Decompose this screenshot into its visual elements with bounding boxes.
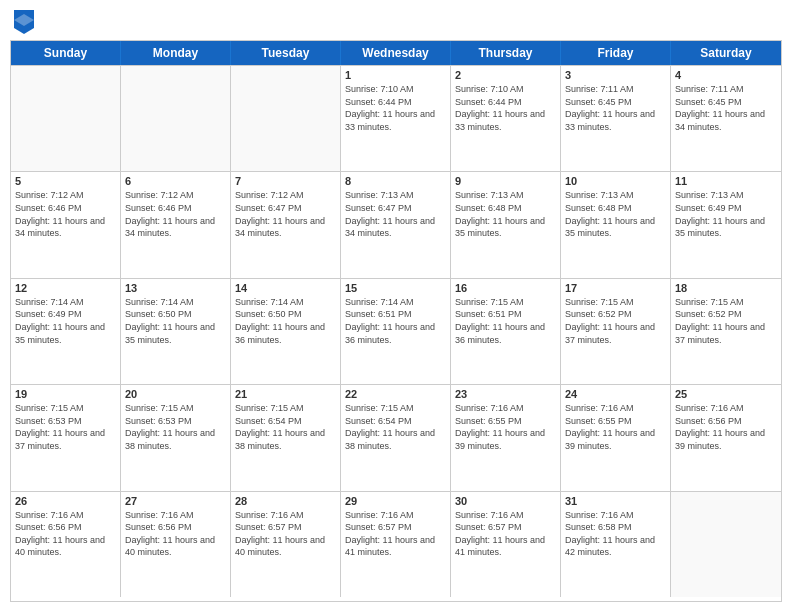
day-number: 28 (235, 495, 336, 507)
day-cell: 21Sunrise: 7:15 AM Sunset: 6:54 PM Dayli… (231, 385, 341, 490)
day-cell: 29Sunrise: 7:16 AM Sunset: 6:57 PM Dayli… (341, 492, 451, 597)
day-info: Sunrise: 7:13 AM Sunset: 6:49 PM Dayligh… (675, 189, 777, 239)
day-number: 30 (455, 495, 556, 507)
day-number: 3 (565, 69, 666, 81)
day-cell: 13Sunrise: 7:14 AM Sunset: 6:50 PM Dayli… (121, 279, 231, 384)
day-info: Sunrise: 7:11 AM Sunset: 6:45 PM Dayligh… (565, 83, 666, 133)
day-header: Monday (121, 41, 231, 65)
day-number: 13 (125, 282, 226, 294)
day-cell: 31Sunrise: 7:16 AM Sunset: 6:58 PM Dayli… (561, 492, 671, 597)
day-info: Sunrise: 7:12 AM Sunset: 6:46 PM Dayligh… (15, 189, 116, 239)
day-number: 26 (15, 495, 116, 507)
day-info: Sunrise: 7:10 AM Sunset: 6:44 PM Dayligh… (455, 83, 556, 133)
day-cell: 25Sunrise: 7:16 AM Sunset: 6:56 PM Dayli… (671, 385, 781, 490)
day-cell (671, 492, 781, 597)
week-row: 12Sunrise: 7:14 AM Sunset: 6:49 PM Dayli… (11, 278, 781, 384)
day-info: Sunrise: 7:15 AM Sunset: 6:54 PM Dayligh… (235, 402, 336, 452)
day-number: 18 (675, 282, 777, 294)
day-info: Sunrise: 7:16 AM Sunset: 6:56 PM Dayligh… (15, 509, 116, 559)
day-info: Sunrise: 7:13 AM Sunset: 6:48 PM Dayligh… (455, 189, 556, 239)
day-info: Sunrise: 7:16 AM Sunset: 6:57 PM Dayligh… (345, 509, 446, 559)
day-info: Sunrise: 7:14 AM Sunset: 6:51 PM Dayligh… (345, 296, 446, 346)
day-info: Sunrise: 7:16 AM Sunset: 6:55 PM Dayligh… (455, 402, 556, 452)
day-info: Sunrise: 7:15 AM Sunset: 6:52 PM Dayligh… (675, 296, 777, 346)
day-cell: 3Sunrise: 7:11 AM Sunset: 6:45 PM Daylig… (561, 66, 671, 171)
day-number: 24 (565, 388, 666, 400)
day-cell: 2Sunrise: 7:10 AM Sunset: 6:44 PM Daylig… (451, 66, 561, 171)
day-number: 10 (565, 175, 666, 187)
day-info: Sunrise: 7:16 AM Sunset: 6:58 PM Dayligh… (565, 509, 666, 559)
week-row: 26Sunrise: 7:16 AM Sunset: 6:56 PM Dayli… (11, 491, 781, 597)
day-info: Sunrise: 7:15 AM Sunset: 6:53 PM Dayligh… (125, 402, 226, 452)
day-number: 22 (345, 388, 446, 400)
day-cell: 17Sunrise: 7:15 AM Sunset: 6:52 PM Dayli… (561, 279, 671, 384)
day-header: Wednesday (341, 41, 451, 65)
day-cell: 23Sunrise: 7:16 AM Sunset: 6:55 PM Dayli… (451, 385, 561, 490)
day-header: Friday (561, 41, 671, 65)
day-number: 29 (345, 495, 446, 507)
day-headers: SundayMondayTuesdayWednesdayThursdayFrid… (11, 41, 781, 65)
day-info: Sunrise: 7:12 AM Sunset: 6:46 PM Dayligh… (125, 189, 226, 239)
day-cell: 9Sunrise: 7:13 AM Sunset: 6:48 PM Daylig… (451, 172, 561, 277)
day-number: 5 (15, 175, 116, 187)
day-info: Sunrise: 7:12 AM Sunset: 6:47 PM Dayligh… (235, 189, 336, 239)
day-cell: 27Sunrise: 7:16 AM Sunset: 6:56 PM Dayli… (121, 492, 231, 597)
day-cell: 16Sunrise: 7:15 AM Sunset: 6:51 PM Dayli… (451, 279, 561, 384)
logo (14, 10, 38, 34)
day-info: Sunrise: 7:13 AM Sunset: 6:48 PM Dayligh… (565, 189, 666, 239)
day-number: 11 (675, 175, 777, 187)
day-info: Sunrise: 7:16 AM Sunset: 6:56 PM Dayligh… (675, 402, 777, 452)
day-header: Tuesday (231, 41, 341, 65)
day-info: Sunrise: 7:14 AM Sunset: 6:50 PM Dayligh… (235, 296, 336, 346)
day-number: 14 (235, 282, 336, 294)
day-info: Sunrise: 7:13 AM Sunset: 6:47 PM Dayligh… (345, 189, 446, 239)
week-row: 19Sunrise: 7:15 AM Sunset: 6:53 PM Dayli… (11, 384, 781, 490)
day-info: Sunrise: 7:15 AM Sunset: 6:52 PM Dayligh… (565, 296, 666, 346)
day-cell (231, 66, 341, 171)
day-cell: 26Sunrise: 7:16 AM Sunset: 6:56 PM Dayli… (11, 492, 121, 597)
day-number: 15 (345, 282, 446, 294)
day-number: 21 (235, 388, 336, 400)
day-number: 17 (565, 282, 666, 294)
day-number: 25 (675, 388, 777, 400)
day-cell: 5Sunrise: 7:12 AM Sunset: 6:46 PM Daylig… (11, 172, 121, 277)
day-cell: 22Sunrise: 7:15 AM Sunset: 6:54 PM Dayli… (341, 385, 451, 490)
day-cell: 6Sunrise: 7:12 AM Sunset: 6:46 PM Daylig… (121, 172, 231, 277)
day-number: 9 (455, 175, 556, 187)
day-cell: 15Sunrise: 7:14 AM Sunset: 6:51 PM Dayli… (341, 279, 451, 384)
page: SundayMondayTuesdayWednesdayThursdayFrid… (0, 0, 792, 612)
day-info: Sunrise: 7:16 AM Sunset: 6:56 PM Dayligh… (125, 509, 226, 559)
day-number: 8 (345, 175, 446, 187)
day-number: 4 (675, 69, 777, 81)
day-number: 16 (455, 282, 556, 294)
day-cell: 28Sunrise: 7:16 AM Sunset: 6:57 PM Dayli… (231, 492, 341, 597)
day-info: Sunrise: 7:15 AM Sunset: 6:54 PM Dayligh… (345, 402, 446, 452)
logo-icon (14, 10, 34, 34)
day-cell: 20Sunrise: 7:15 AM Sunset: 6:53 PM Dayli… (121, 385, 231, 490)
day-number: 1 (345, 69, 446, 81)
day-number: 7 (235, 175, 336, 187)
day-number: 23 (455, 388, 556, 400)
day-number: 31 (565, 495, 666, 507)
day-info: Sunrise: 7:15 AM Sunset: 6:51 PM Dayligh… (455, 296, 556, 346)
day-number: 12 (15, 282, 116, 294)
day-info: Sunrise: 7:11 AM Sunset: 6:45 PM Dayligh… (675, 83, 777, 133)
day-cell: 14Sunrise: 7:14 AM Sunset: 6:50 PM Dayli… (231, 279, 341, 384)
day-cell: 18Sunrise: 7:15 AM Sunset: 6:52 PM Dayli… (671, 279, 781, 384)
day-cell: 30Sunrise: 7:16 AM Sunset: 6:57 PM Dayli… (451, 492, 561, 597)
day-number: 20 (125, 388, 226, 400)
day-header: Sunday (11, 41, 121, 65)
day-number: 6 (125, 175, 226, 187)
day-cell: 10Sunrise: 7:13 AM Sunset: 6:48 PM Dayli… (561, 172, 671, 277)
day-number: 27 (125, 495, 226, 507)
day-info: Sunrise: 7:16 AM Sunset: 6:57 PM Dayligh… (235, 509, 336, 559)
day-number: 19 (15, 388, 116, 400)
calendar: SundayMondayTuesdayWednesdayThursdayFrid… (10, 40, 782, 602)
day-number: 2 (455, 69, 556, 81)
day-cell (11, 66, 121, 171)
day-info: Sunrise: 7:10 AM Sunset: 6:44 PM Dayligh… (345, 83, 446, 133)
day-cell: 11Sunrise: 7:13 AM Sunset: 6:49 PM Dayli… (671, 172, 781, 277)
day-info: Sunrise: 7:14 AM Sunset: 6:50 PM Dayligh… (125, 296, 226, 346)
weeks: 1Sunrise: 7:10 AM Sunset: 6:44 PM Daylig… (11, 65, 781, 597)
day-info: Sunrise: 7:16 AM Sunset: 6:55 PM Dayligh… (565, 402, 666, 452)
